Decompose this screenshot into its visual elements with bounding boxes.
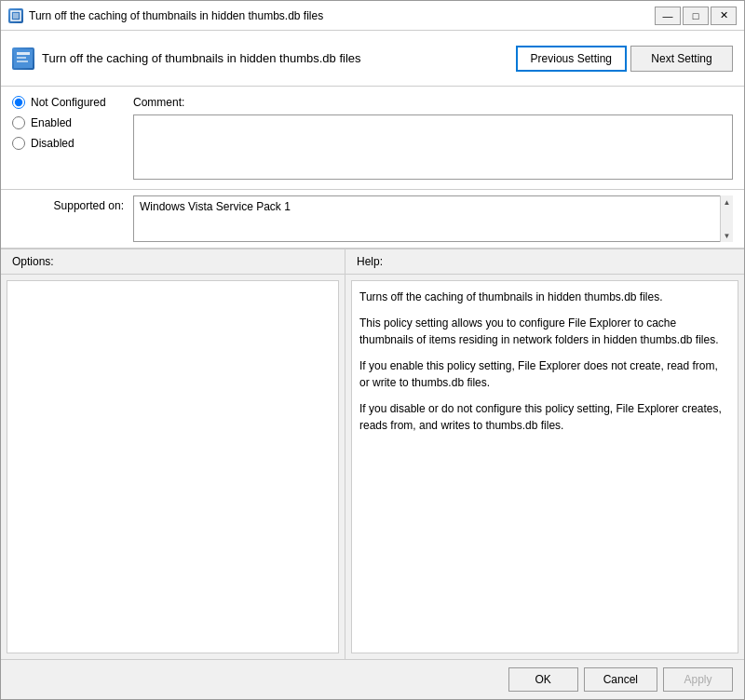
policy-title: Turn off the caching of thumbnails in hi…: [42, 51, 361, 65]
main-window: Turn off the caching of thumbnails in hi…: [0, 0, 745, 700]
header-buttons: Previous Setting Next Setting: [516, 46, 733, 72]
supported-box-wrapper: Windows Vista Service Pack 1 ▲ ▼: [133, 195, 733, 242]
window-icon: [8, 8, 23, 23]
comment-section: Comment:: [133, 96, 733, 180]
supported-section: Supported on: Windows Vista Service Pack…: [1, 190, 744, 249]
not-configured-radio[interactable]: [12, 96, 25, 109]
help-paragraph: If you enable this policy setting, File …: [359, 357, 730, 391]
options-body: [7, 280, 339, 653]
comment-label: Comment:: [133, 96, 733, 109]
disabled-label: Disabled: [31, 137, 74, 150]
help-paragraph: Turns off the caching of thumbnails in h…: [359, 289, 730, 305]
comment-input[interactable]: [133, 114, 733, 180]
content-area: Not Configured Enabled Disabled Comment:…: [1, 87, 744, 659]
help-panel: Help: Turns off the caching of thumbnail…: [345, 249, 744, 659]
not-configured-label: Not Configured: [31, 96, 106, 109]
supported-scrollbar: ▲ ▼: [720, 195, 733, 242]
footer: OK Cancel Apply: [1, 659, 744, 699]
panels-area: Options: Help: Turns off the caching of …: [1, 249, 744, 659]
disabled-option[interactable]: Disabled: [12, 137, 124, 150]
help-header: Help:: [345, 249, 744, 275]
svg-rect-3: [17, 52, 30, 55]
next-setting-button[interactable]: Next Setting: [630, 46, 733, 72]
header-left: Turn off the caching of thumbnails in hi…: [12, 47, 516, 70]
previous-setting-button[interactable]: Previous Setting: [516, 46, 627, 72]
scroll-down-arrow[interactable]: ▼: [721, 229, 733, 242]
window-title: Turn off the caching of thumbnails in hi…: [29, 9, 323, 22]
enabled-label: Enabled: [31, 116, 72, 129]
close-button[interactable]: ✕: [711, 7, 737, 25]
maximize-button[interactable]: □: [683, 7, 709, 25]
options-panel: Options:: [1, 249, 345, 659]
help-paragraph: If you disable or do not configure this …: [359, 400, 730, 434]
apply-button[interactable]: Apply: [663, 667, 733, 692]
scroll-up-arrow[interactable]: ▲: [721, 195, 733, 209]
window-controls: — □ ✕: [655, 7, 737, 25]
disabled-radio[interactable]: [12, 137, 25, 150]
cancel-button[interactable]: Cancel: [584, 667, 657, 692]
enabled-option[interactable]: Enabled: [12, 116, 124, 129]
options-header: Options:: [1, 249, 345, 275]
supported-label: Supported on:: [12, 195, 133, 212]
svg-rect-1: [13, 13, 19, 19]
ok-button[interactable]: OK: [508, 667, 578, 692]
supported-value: Windows Vista Service Pack 1: [133, 195, 733, 242]
policy-icon: [12, 47, 34, 70]
header-bar: Turn off the caching of thumbnails in hi…: [1, 31, 744, 87]
not-configured-option[interactable]: Not Configured: [12, 96, 124, 109]
help-paragraph: This policy setting allows you to config…: [359, 315, 730, 348]
svg-rect-5: [17, 61, 28, 62]
title-bar-left: Turn off the caching of thumbnails in hi…: [8, 8, 323, 23]
radio-group: Not Configured Enabled Disabled: [12, 96, 133, 180]
minimize-button[interactable]: —: [655, 7, 681, 25]
title-bar: Turn off the caching of thumbnails in hi…: [1, 1, 744, 31]
settings-section: Not Configured Enabled Disabled Comment:: [1, 87, 744, 190]
enabled-radio[interactable]: [12, 116, 25, 129]
help-body: Turns off the caching of thumbnails in h…: [351, 280, 738, 653]
svg-rect-4: [17, 57, 26, 59]
